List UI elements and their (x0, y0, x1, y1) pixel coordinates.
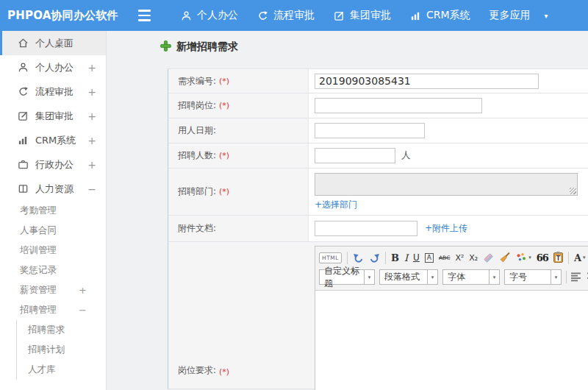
sidebar-subsubitem-label: 人才库 (28, 364, 56, 376)
field-label: 岗位要求: (*) (168, 242, 309, 389)
label-text: 招聘岗位: (178, 99, 216, 112)
italic-button[interactable]: I (404, 252, 408, 263)
font-color-button[interactable]: A▾ (574, 252, 586, 263)
field-label: 招聘部门: (*) (168, 169, 309, 215)
resize-handle-icon[interactable] (570, 188, 576, 194)
sidebar-subitem-salary[interactable]: 薪资管理 + (0, 280, 106, 300)
sidebar-subsubitem-recruit-plan[interactable]: 招聘计划 (17, 340, 106, 360)
label-text: 用人日期: (178, 124, 216, 137)
edit-icon (334, 10, 345, 21)
form-row-position: 招聘岗位: (*) (168, 93, 588, 118)
sidebar-subsubitem-talent-pool[interactable]: 人才库 (17, 360, 106, 380)
caret-down-icon: ▾ (545, 12, 548, 20)
paste-icon[interactable]: T (553, 252, 563, 263)
sidebar-item-label: 行政办公 (35, 158, 74, 171)
font-size-dropdown[interactable]: 字号 ▾ (504, 269, 562, 285)
sidebar-subitem-attendance[interactable]: 考勤管理 (0, 201, 106, 221)
sidebar-item-crm-system[interactable]: CRM系统 + (0, 128, 106, 152)
sidebar-subsubitem-recruit-demand[interactable]: 招聘需求 (17, 320, 106, 340)
department-textarea[interactable] (315, 173, 578, 196)
form-row-hire-date: 用人日期: (168, 118, 588, 143)
sidebar-subitem-training[interactable]: 培训管理 (0, 241, 106, 260)
toolbar-separator (347, 252, 348, 264)
select-department-link[interactable]: +选择部门 (315, 199, 357, 211)
sidebar-item-label: CRM系统 (35, 134, 76, 147)
eraser-icon[interactable] (483, 252, 494, 263)
field-label: 招聘人数: (*) (168, 143, 309, 168)
form-row-headcount: 招聘人数: (*) 人 (168, 143, 588, 169)
attachment-input[interactable] (315, 221, 417, 236)
nav-label: 流程审批 (273, 9, 315, 22)
subscript-button[interactable]: X₂ (469, 253, 478, 263)
caret-down-icon: ▾ (528, 255, 531, 260)
redo-icon[interactable] (369, 252, 380, 263)
sidebar-item-personal-office[interactable]: 个人办公 + (0, 55, 106, 79)
caret-down-icon: ▾ (583, 255, 586, 260)
sidebar-subitem-hr-contract[interactable]: 人事合同 (0, 221, 106, 241)
top-nav: 个人办公 流程审批 集团审批 CRM系统 更多应用 ▾ (181, 9, 548, 22)
sidebar-subitem-label: 薪资管理 (20, 284, 57, 297)
nav-group-approval[interactable]: 集团审批 (334, 9, 391, 22)
form-row-demand-number: 需求编号: (*) (168, 69, 588, 93)
sidebar-item-admin-office[interactable]: 行政办公 + (0, 152, 106, 177)
required-marker: (*) (219, 367, 229, 377)
editor-content[interactable] (315, 291, 588, 390)
chart-icon (18, 135, 29, 146)
expand-plus-icon: + (87, 110, 96, 122)
font-name-button[interactable]: A (425, 253, 434, 263)
dropdown-value: 段落格式 (379, 269, 428, 285)
sidebar-item-label: 流程审批 (35, 85, 74, 99)
attachment-upload-link[interactable]: +附件上传 (425, 222, 467, 235)
source-code-button[interactable]: HTML (319, 252, 342, 263)
bold-button[interactable]: B (391, 252, 399, 263)
align-left-icon[interactable] (571, 272, 582, 282)
nav-crm-system[interactable]: CRM系统 (410, 9, 470, 22)
nav-workflow-approval[interactable]: 流程审批 (257, 9, 315, 22)
add-plus-icon (160, 40, 171, 54)
sidebar-subitem-recruitment[interactable]: 招聘管理 − (0, 300, 106, 320)
paragraph-format-dropdown[interactable]: 段落格式 ▾ (379, 269, 438, 285)
headcount-input[interactable] (315, 148, 395, 163)
chart-icon (410, 10, 421, 21)
blockquote-button[interactable]: 66 (537, 252, 548, 263)
required-marker: (*) (219, 151, 229, 160)
app-window: PHPOA协同办公软件 个人办公 流程审批 集团审批 CRM系统 更多应用 ▾ (0, 0, 588, 390)
caret-down-icon: ▾ (490, 269, 500, 285)
hire-date-input[interactable] (315, 123, 425, 138)
sidebar-subitem-label: 考勤管理 (20, 205, 57, 217)
label-text: 附件文档: (178, 222, 216, 235)
label-text: 招聘部门: (178, 185, 216, 198)
nav-personal-office[interactable]: 个人办公 (181, 9, 238, 22)
required-marker: (*) (219, 101, 229, 110)
sidebar-item-group-approval[interactable]: 集团审批 + (0, 104, 106, 128)
sidebar-item-label: 个人办公 (35, 61, 74, 74)
sidebar-subsubitem-label: 招聘计划 (28, 344, 65, 356)
strikethrough-button[interactable]: ABC (439, 255, 450, 261)
undo-icon[interactable] (353, 252, 364, 263)
sidebar-item-human-resources[interactable]: 人力资源 − (0, 177, 106, 201)
nav-more-apps[interactable]: 更多应用 ▾ (490, 9, 548, 22)
underline-button[interactable]: U (413, 252, 420, 263)
custom-heading-dropdown[interactable]: 自定义标题 ▾ (319, 269, 375, 285)
label-text: 招聘人数: (178, 149, 216, 162)
expand-plus-icon: + (87, 86, 96, 98)
dropdown-value: 字体 (442, 269, 490, 285)
menu-icon[interactable] (138, 10, 153, 21)
recruit-demand-form: 需求编号: (*) 招聘岗位: (*) 用人日期: (168, 68, 588, 389)
demand-number-input[interactable] (315, 74, 539, 89)
sidebar-subitem-label: 奖惩记录 (20, 264, 57, 277)
toolbar-separator (385, 252, 386, 264)
superscript-button[interactable]: X² (455, 253, 464, 263)
font-family-dropdown[interactable]: 字体 ▾ (442, 269, 500, 285)
sidebar-item-workflow-approval[interactable]: 流程审批 + (0, 79, 106, 104)
sidebar-item-personal-desktop[interactable]: 个人桌面 (0, 31, 106, 55)
sidebar-subitem-label: 人事合同 (20, 224, 57, 237)
sidebar-item-label: 集团审批 (35, 110, 74, 123)
sidebar-subitem-rewards[interactable]: 奖惩记录 (0, 260, 106, 280)
format-brush-icon[interactable] (499, 252, 511, 263)
doodle-icon[interactable]: ▾ (516, 252, 531, 263)
dropdown-value: 字号 (504, 269, 551, 285)
sidebar-item-label: 人力资源 (35, 182, 74, 196)
position-input[interactable] (315, 98, 482, 113)
paste-t-glyph: T (556, 255, 561, 261)
